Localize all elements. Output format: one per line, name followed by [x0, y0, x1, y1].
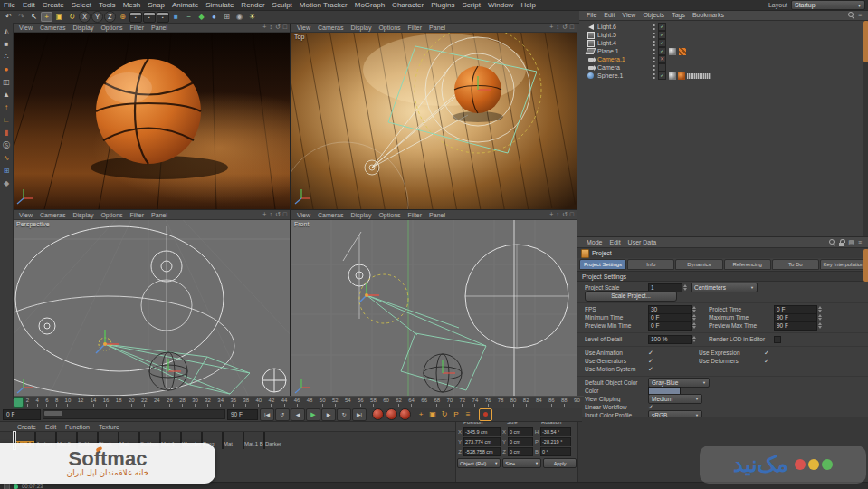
position-field[interactable]: -528.758 cm: [463, 447, 501, 456]
spinner[interactable]: [818, 306, 822, 312]
scale-project-button[interactable]: Scale Project...: [585, 291, 677, 302]
goto-start-button[interactable]: |◀: [260, 408, 274, 421]
menubar-item[interactable]: Mesh: [119, 1, 145, 9]
viewport-camera[interactable]: ViewCamerasDisplayOptionsFilterPanel + ↕…: [13, 23, 290, 209]
range-grip[interactable]: [44, 411, 62, 416]
attribute-menu-item[interactable]: User Data: [625, 239, 661, 245]
pan-icon[interactable]: +: [549, 24, 553, 31]
search-icon[interactable]: [829, 239, 835, 246]
toggle-view-icon[interactable]: □: [570, 24, 574, 31]
end-frame-field[interactable]: 90 F: [227, 409, 258, 420]
viewport-menu-item[interactable]: Options: [375, 212, 404, 218]
lock-y-axis-icon[interactable]: Y: [91, 11, 103, 23]
menubar-item[interactable]: Create: [39, 1, 68, 9]
spline-pen-icon[interactable]: ~: [183, 12, 195, 22]
filter-icon[interactable]: ≡: [858, 12, 862, 18]
use-generators-checkbox[interactable]: ✓: [648, 358, 686, 365]
spinner[interactable]: [818, 314, 822, 321]
goto-end-button[interactable]: ▶|: [352, 408, 367, 421]
pan-icon[interactable]: +: [262, 24, 266, 31]
viewport-menu-item[interactable]: Display: [347, 212, 375, 218]
object-row[interactable]: Light.5: [577, 31, 868, 39]
size-field[interactable]: 0 cm: [508, 437, 533, 446]
spinner[interactable]: [818, 322, 822, 329]
object-name[interactable]: Light.5: [597, 32, 650, 38]
material-menu-item[interactable]: Texture: [94, 424, 124, 430]
material-menu-item[interactable]: Create: [13, 424, 41, 430]
viewport-menu-item[interactable]: Display: [347, 24, 375, 31]
layout-select[interactable]: Startup ▼: [791, 0, 865, 10]
next-frame-button[interactable]: ▶: [321, 408, 336, 421]
menubar-item[interactable]: Render: [237, 1, 268, 9]
menubar-item[interactable]: Snap: [144, 1, 168, 9]
toggle-view-icon[interactable]: □: [570, 211, 574, 218]
size-field[interactable]: 0 cm: [508, 447, 533, 456]
key-position-toggle[interactable]: +: [415, 409, 426, 420]
floor-icon[interactable]: ⊞: [221, 12, 233, 22]
attribute-tab[interactable]: Key Interpolation: [820, 259, 867, 270]
light-icon[interactable]: ☀: [246, 12, 258, 22]
rotation-field[interactable]: 0 °: [540, 447, 571, 456]
object-manager-menu-item[interactable]: Objects: [639, 12, 668, 18]
previous-frame-button[interactable]: ◀: [291, 408, 305, 421]
object-manager-menu-item[interactable]: Bookmarks: [689, 12, 728, 18]
viewport-menu-item[interactable]: Display: [69, 212, 97, 218]
object-manager-menu-item[interactable]: Edit: [600, 12, 618, 18]
viewport-menu-item[interactable]: View: [15, 212, 36, 218]
record-keyframe-button[interactable]: [372, 408, 384, 420]
key-scale-toggle[interactable]: ▣: [427, 409, 438, 420]
key-rotation-toggle[interactable]: ↻: [439, 409, 450, 420]
lock-workplane-icon[interactable]: ◆: [2, 178, 12, 187]
attribute-tab[interactable]: Project Settings: [579, 259, 626, 270]
menubar-item[interactable]: Select: [68, 1, 95, 9]
enable-state-icon[interactable]: [658, 47, 666, 55]
make-editable-icon[interactable]: ◭: [2, 26, 12, 35]
viewport-menu-item[interactable]: Cameras: [36, 212, 69, 218]
viewport-menu-item[interactable]: Display: [69, 24, 97, 31]
dolly-icon[interactable]: ↕: [556, 211, 559, 218]
position-field[interactable]: 273.774 cm: [463, 437, 501, 446]
viewport-menu-item[interactable]: Panel: [148, 24, 171, 31]
viewport-menu-item[interactable]: Options: [97, 24, 126, 31]
visibility-dots[interactable]: [653, 48, 655, 54]
menubar-item[interactable]: Sculpt: [269, 1, 296, 9]
loop-playback-button[interactable]: ↻: [337, 408, 351, 421]
redo-icon[interactable]: ↷: [15, 12, 27, 22]
viewport-menu-item[interactable]: Options: [97, 212, 126, 218]
viewport-menu-item[interactable]: Cameras: [36, 24, 69, 31]
enable-state-icon[interactable]: [658, 23, 666, 31]
live-selection-icon[interactable]: ↖: [28, 12, 40, 22]
texture-mode-icon[interactable]: ●: [2, 64, 12, 73]
object-name[interactable]: Sphere.1: [597, 72, 650, 79]
render-lod-checkbox[interactable]: [774, 336, 781, 343]
search-icon[interactable]: [848, 12, 854, 19]
render-picture-viewer-icon[interactable]: ▪: [143, 12, 156, 23]
move-tool-icon[interactable]: +: [41, 12, 52, 22]
menubar-item[interactable]: Plugins: [427, 1, 458, 9]
enable-state-icon[interactable]: [658, 31, 666, 39]
record-objects-button[interactable]: [386, 408, 397, 420]
snap-enable-icon[interactable]: ▮: [2, 128, 12, 137]
spinner[interactable]: [692, 322, 696, 329]
lock-x-axis-icon[interactable]: X: [79, 11, 91, 23]
preview-min-field[interactable]: 0 F: [648, 321, 692, 331]
view-clipping-select[interactable]: Medium▼: [648, 394, 702, 404]
size-mode-select[interactable]: Size▼: [502, 458, 541, 468]
viewport-menu-item[interactable]: Panel: [148, 212, 171, 218]
menubar-item[interactable]: Window: [484, 1, 517, 9]
quantize-icon[interactable]: Ⓢ: [2, 140, 12, 149]
deformer-icon[interactable]: ◆: [196, 12, 207, 22]
object-name[interactable]: Camera: [597, 64, 650, 71]
edge-mode-icon[interactable]: ◫: [2, 77, 12, 86]
use-expression-checkbox[interactable]: ✓: [764, 350, 802, 357]
scrollbar-thumb[interactable]: [863, 21, 868, 62]
viewport-menu-item[interactable]: View: [15, 24, 36, 31]
viewport-front-canvas[interactable]: [291, 219, 577, 396]
object-row[interactable]: Sphere.1: [577, 72, 868, 80]
menubar-item[interactable]: MoGraph: [351, 1, 388, 9]
visibility-dots[interactable]: [653, 56, 655, 62]
size-field[interactable]: 0 cm: [508, 427, 533, 436]
visibility-dots[interactable]: [653, 72, 655, 79]
visibility-dots[interactable]: [653, 40, 655, 46]
spinner[interactable]: [692, 306, 696, 312]
